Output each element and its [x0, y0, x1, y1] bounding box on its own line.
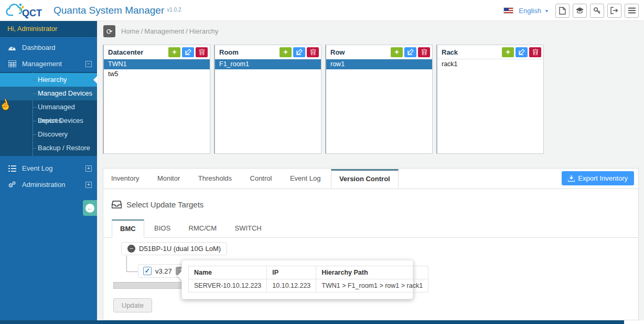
panel-title: Row	[330, 48, 345, 56]
tab-control[interactable]: Control	[242, 169, 280, 187]
sidebar-item-hierarchy[interactable]: Hierarchy	[0, 73, 97, 87]
table-row: SERVER-10.10.12.223 10.10.12.223 TWN1 > …	[189, 279, 428, 292]
select-update-targets-heading: Select Update Targets	[112, 200, 638, 209]
rack-panel: Rack + rack1	[436, 45, 544, 154]
app-header: QCT Quanta System Manager v1.0.2 English…	[0, 0, 644, 21]
breadcrumb-hierarchy: Hierarchy	[189, 27, 219, 35]
add-rack-button[interactable]: +	[502, 47, 514, 57]
refresh-icon[interactable]: ⟳	[103, 25, 115, 37]
device-path-cell: TWN1 > F1_room1 > row1 > rack1	[316, 279, 428, 292]
column-header-ip: IP	[267, 266, 316, 279]
breadcrumb-separator: /	[186, 27, 188, 35]
breadcrumb-separator: /	[141, 27, 143, 35]
document-icon[interactable]	[555, 4, 570, 18]
room-item[interactable]: F1_room1	[215, 59, 321, 69]
device-popup: Name IP Hierarchy Path SERVER-10.10.12.2…	[181, 260, 413, 299]
breadcrumb-management[interactable]: Management	[144, 27, 184, 35]
rack-item[interactable]: rack1	[437, 59, 543, 69]
expand-section-icon[interactable]: +	[85, 165, 92, 172]
tree-connector	[126, 256, 127, 271]
subtab-switch[interactable]: SWITCH	[227, 219, 269, 237]
event-log-icon	[7, 165, 17, 172]
tab-thresholds[interactable]: Thresholds	[190, 169, 240, 187]
breadcrumb-home[interactable]: Home	[121, 27, 139, 35]
management-icon	[7, 60, 17, 67]
edit-datacenter-button[interactable]	[182, 47, 194, 57]
breadcrumb: ⟳ Home/Management/Hierarchy	[103, 25, 218, 37]
footer-bar	[0, 320, 624, 324]
logout-icon[interactable]	[607, 4, 621, 18]
qct-cloud-icon: QCT	[5, 3, 49, 18]
main-content: ⟳ Home/Management/Hierarchy Datacenter +…	[97, 21, 644, 320]
model-node[interactable]: − D51BP-1U (dual 10G LoM)	[121, 242, 227, 255]
qsm-app: QCT Quanta System Manager v1.0.2 English…	[0, 0, 644, 324]
model-label: D51BP-1U (dual 10G LoM)	[139, 245, 221, 253]
header-actions: English ▾	[503, 0, 639, 21]
sidebar-item-managed-devices[interactable]: Managed Devices	[0, 87, 97, 100]
language-selector[interactable]: English	[519, 7, 541, 15]
menu-icon[interactable]	[625, 4, 639, 18]
sidebar-item-label: Management	[22, 60, 62, 68]
svg-text:QCT: QCT	[22, 8, 42, 18]
sidebar-item-dashboard[interactable]: Dashboard	[0, 39, 97, 56]
collapse-section-icon[interactable]: −	[85, 61, 92, 67]
tree-connector	[126, 271, 138, 272]
management-submenu: Hierarchy Managed Devices Unmanaged Devi…	[0, 72, 97, 156]
add-row-button[interactable]: +	[391, 47, 403, 57]
qct-logo[interactable]: QCT	[5, 3, 49, 18]
sidebar-item-administration[interactable]: Administration +	[0, 176, 97, 193]
sidebar-item-discovery[interactable]: Discovery	[0, 128, 97, 141]
arrow-left-icon: ←	[85, 204, 94, 213]
row-panel: Row + row1	[325, 45, 433, 154]
update-target-tree: − D51BP-1U (dual 10G LoM) ✓ v3.27 1 Nam	[103, 238, 638, 316]
us-flag-icon	[503, 7, 513, 14]
gears-icon	[7, 181, 17, 189]
subtab-rmccm[interactable]: RMC/CM	[181, 219, 224, 237]
device-ip-cell: 10.10.12.223	[267, 279, 316, 292]
datacenter-item[interactable]: TWN1	[104, 59, 210, 69]
device-table: Name IP Hierarchy Path SERVER-10.10.12.2…	[188, 266, 428, 292]
sidebar-item-unmanaged-devices[interactable]: Unmanaged Devices	[0, 100, 97, 114]
expand-section-icon[interactable]: +	[85, 182, 92, 188]
edit-rack-button[interactable]	[516, 47, 528, 57]
sidebar-item-event-log[interactable]: Event Log +	[0, 160, 97, 176]
greeting-text: Hi, Administrator	[0, 21, 97, 37]
panel-title: Datacenter	[108, 48, 143, 56]
collapse-node-icon[interactable]: −	[127, 245, 135, 253]
add-datacenter-button[interactable]: +	[168, 47, 180, 57]
sidebar-collapse-button[interactable]: ←	[83, 200, 97, 216]
version-checkbox[interactable]: ✓	[143, 267, 152, 275]
export-inventory-button[interactable]: Export Inventory	[562, 171, 634, 185]
graduation-cap-icon[interactable]	[573, 4, 587, 18]
tab-version-control[interactable]: Version Control	[331, 169, 399, 189]
row-item[interactable]: row1	[326, 59, 432, 69]
delete-datacenter-button[interactable]	[196, 47, 208, 57]
datacenter-item[interactable]: tw5	[104, 69, 210, 79]
delete-room-button[interactable]	[307, 47, 319, 57]
edit-row-button[interactable]	[404, 47, 416, 57]
tab-event-log[interactable]: Event Log	[282, 169, 329, 187]
update-button[interactable]: Update	[113, 298, 152, 312]
sidebar-item-import-devices[interactable]: Import Devices	[0, 114, 97, 128]
room-panel: Room + F1_room1	[214, 45, 321, 154]
subtab-bios[interactable]: BIOS	[146, 219, 178, 237]
device-detail-card: Inventory Monitor Thresholds Control Eve…	[103, 168, 639, 320]
sidebar-item-backup-restore[interactable]: Backup / Restore	[0, 141, 97, 155]
add-room-button[interactable]: +	[280, 47, 292, 57]
sidebar-item-management[interactable]: Management −	[0, 56, 97, 72]
edit-room-button[interactable]	[293, 47, 305, 57]
hierarchy-panels: Datacenter + TWN1 tw5 Room +	[103, 45, 639, 154]
panel-title: Room	[219, 48, 239, 56]
device-name-cell: SERVER-10.10.12.223	[189, 279, 267, 292]
tab-monitor[interactable]: Monitor	[149, 169, 188, 187]
tab-inventory[interactable]: Inventory	[103, 169, 147, 187]
inbox-icon	[112, 201, 122, 208]
download-icon	[568, 175, 575, 182]
key-icon[interactable]	[590, 4, 604, 18]
detail-tabbar: Inventory Monitor Thresholds Control Eve…	[103, 169, 638, 189]
chevron-down-icon[interactable]: ▾	[545, 8, 548, 14]
delete-row-button[interactable]	[418, 47, 430, 57]
subtab-bmc[interactable]: BMC	[112, 220, 144, 238]
delete-rack-button[interactable]	[529, 47, 541, 57]
sidebar-item-label: Dashboard	[22, 44, 56, 51]
